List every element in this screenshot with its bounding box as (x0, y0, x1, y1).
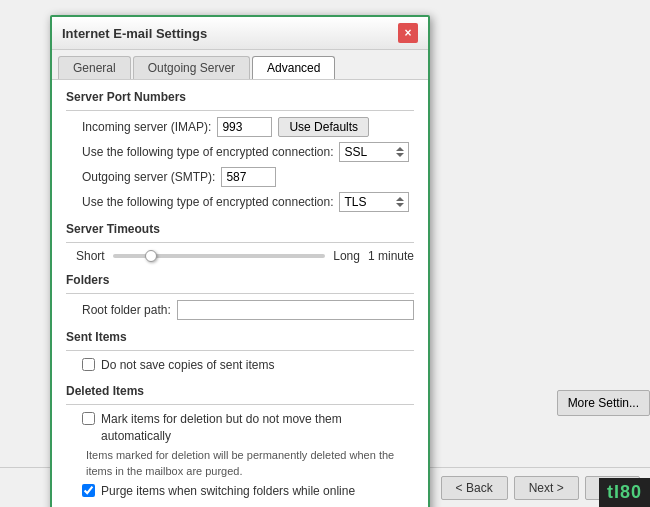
encryption-label-2: Use the following type of encrypted conn… (82, 195, 333, 209)
tab-outgoing-server[interactable]: Outgoing Server (133, 56, 250, 79)
no-save-label: Do not save copies of sent items (101, 357, 274, 374)
dialog-content: Server Port Numbers Incoming server (IMA… (52, 79, 428, 507)
outgoing-server-input[interactable] (221, 167, 276, 187)
short-label: Short (76, 249, 105, 263)
deleted-items-title: Deleted Items (66, 384, 414, 398)
outgoing-server-row: Outgoing server (SMTP): (66, 167, 414, 187)
server-port-title: Server Port Numbers (66, 90, 414, 104)
dialog-title: Internet E-mail Settings (62, 26, 207, 41)
mark-delete-checkbox-row: Mark items for deletion but do not move … (66, 411, 414, 445)
deleted-items-info: Items marked for deletion will be perman… (86, 448, 414, 479)
next-button[interactable]: Next > (514, 476, 579, 500)
purge-checkbox-row: Purge items when switching folders while… (66, 483, 414, 500)
incoming-server-input[interactable] (217, 117, 272, 137)
purge-checkbox[interactable] (82, 484, 95, 497)
folders-section: Folders Root folder path: (66, 273, 414, 320)
folders-title: Folders (66, 273, 414, 287)
sent-items-checkbox-row: Do not save copies of sent items (66, 357, 414, 374)
encryption-label-1: Use the following type of encrypted conn… (82, 145, 333, 159)
mark-delete-label: Mark items for deletion but do not move … (101, 411, 414, 445)
sent-items-title: Sent Items (66, 330, 414, 344)
server-port-section: Server Port Numbers Incoming server (IMA… (66, 90, 414, 212)
root-folder-label: Root folder path: (82, 303, 171, 317)
encryption-dropdown-1[interactable]: SSL TLS None Auto (339, 142, 409, 162)
server-timeouts-title: Server Timeouts (66, 222, 414, 236)
server-timeouts-section: Server Timeouts Short Long 1 minute (66, 222, 414, 263)
tab-advanced[interactable]: Advanced (252, 56, 335, 79)
root-folder-row: Root folder path: (66, 300, 414, 320)
no-save-checkbox[interactable] (82, 358, 95, 371)
dialog: Internet E-mail Settings × General Outgo… (50, 15, 430, 507)
sent-items-section: Sent Items Do not save copies of sent it… (66, 330, 414, 374)
timeout-slider-thumb[interactable] (145, 250, 157, 262)
timeout-slider-track[interactable] (113, 254, 326, 258)
incoming-server-row: Incoming server (IMAP): Use Defaults (66, 117, 414, 137)
mark-delete-checkbox[interactable] (82, 412, 95, 425)
use-defaults-button[interactable]: Use Defaults (278, 117, 369, 137)
long-label: Long (333, 249, 360, 263)
close-button[interactable]: × (398, 23, 418, 43)
title-bar: Internet E-mail Settings × (52, 17, 428, 50)
deleted-items-section: Deleted Items Mark items for deletion bu… (66, 384, 414, 500)
tab-bar: General Outgoing Server Advanced (52, 50, 428, 79)
more-settings-button[interactable]: More Settin... (557, 390, 650, 416)
encryption-dropdown-2[interactable]: TLS SSL None Auto (339, 192, 409, 212)
purge-label: Purge items when switching folders while… (101, 483, 355, 500)
back-button[interactable]: < Back (441, 476, 508, 500)
root-folder-input[interactable] (177, 300, 414, 320)
outgoing-server-label: Outgoing server (SMTP): (82, 170, 215, 184)
incoming-server-label: Incoming server (IMAP): (82, 120, 211, 134)
watermark: tI80 (599, 478, 650, 507)
timeout-slider-row: Short Long 1 minute (66, 249, 414, 263)
encryption-row-1: Use the following type of encrypted conn… (66, 142, 414, 162)
time-value: 1 minute (368, 249, 414, 263)
tab-general[interactable]: General (58, 56, 131, 79)
encryption-row-2: Use the following type of encrypted conn… (66, 192, 414, 212)
